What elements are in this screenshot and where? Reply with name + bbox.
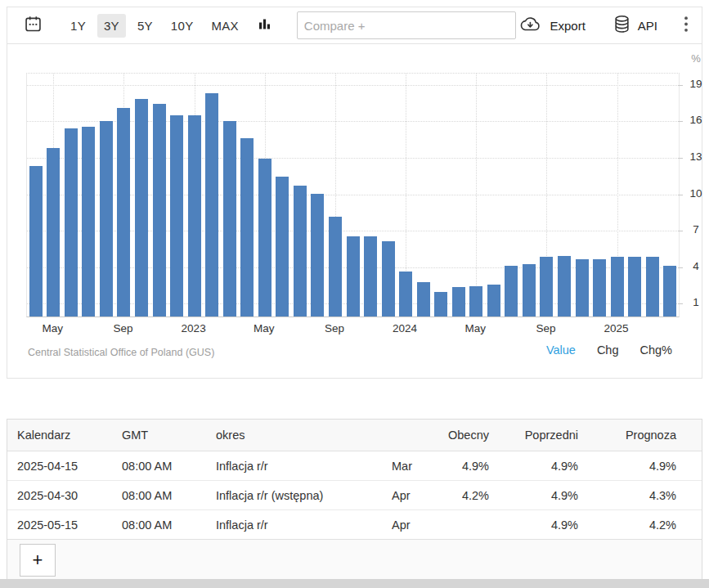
- col-header-kalendarz: Kalendarz: [7, 420, 112, 451]
- bar[interactable]: [505, 266, 518, 316]
- chart-widget: 1Y 3Y 5Y 10Y MAX: [7, 7, 702, 379]
- bar[interactable]: [434, 292, 447, 316]
- api-button[interactable]: API: [613, 15, 657, 36]
- bar[interactable]: [223, 121, 236, 316]
- chart-toolbar: 1Y 3Y 5Y 10Y MAX: [7, 7, 702, 44]
- mode-chg-pct[interactable]: Chg%: [640, 343, 673, 357]
- range-button-max[interactable]: MAX: [204, 14, 245, 38]
- col-header-gmt: GMT: [112, 420, 206, 451]
- table-cell: 4.9%: [489, 451, 578, 481]
- y-axis-tick: [678, 303, 683, 304]
- y-axis-label: 10: [684, 187, 708, 200]
- bar[interactable]: [135, 99, 148, 316]
- table-row[interactable]: 2025-05-1508:00 AMInflacja r/rApr4.9%4.2…: [7, 510, 702, 540]
- bar[interactable]: [646, 257, 659, 316]
- plot-area: [26, 73, 680, 317]
- bar[interactable]: [47, 148, 60, 316]
- bar[interactable]: [205, 93, 218, 316]
- mode-value[interactable]: Value: [546, 343, 576, 357]
- bar[interactable]: [276, 177, 289, 316]
- bar[interactable]: [593, 259, 606, 316]
- range-button-10y[interactable]: 10Y: [164, 14, 200, 38]
- kebab-menu-icon: [684, 16, 689, 35]
- table-cell: 4.3%: [578, 481, 702, 510]
- calendar-table: Kalendarz GMT okres Obecny Poprzedni Pro…: [7, 420, 702, 539]
- bar[interactable]: [329, 217, 342, 316]
- bar[interactable]: [364, 236, 377, 316]
- mode-chg[interactable]: Chg: [597, 343, 619, 357]
- table-cell: [430, 510, 489, 540]
- table-row[interactable]: 2025-04-1508:00 AMInflacja r/rMar4.9%4.9…: [7, 451, 702, 481]
- table-cell: Inflacja r/r: [206, 510, 382, 540]
- y-axis-label: 1: [684, 296, 708, 308]
- v-gridline: [476, 74, 477, 316]
- bar[interactable]: [452, 287, 465, 316]
- bar[interactable]: [347, 236, 360, 316]
- bar[interactable]: [188, 115, 201, 317]
- range-button-1y[interactable]: 1Y: [64, 14, 92, 38]
- bar[interactable]: [469, 286, 482, 316]
- bar[interactable]: [576, 259, 589, 316]
- y-axis-tick: [678, 85, 683, 86]
- bar[interactable]: [399, 272, 412, 316]
- bar[interactable]: [628, 257, 641, 316]
- table-cell: 08:00 AM: [112, 481, 206, 510]
- y-axis-tick: [678, 267, 683, 268]
- table-cell: 4.9%: [489, 481, 578, 510]
- y-axis-tick: [678, 231, 683, 231]
- table-cell: 4.9%: [430, 451, 489, 481]
- chart-area: 14710131619% MaySep2023MaySep2024MaySep2…: [7, 44, 702, 377]
- calendar-button[interactable]: [24, 15, 43, 36]
- col-header-obecny: Obecny: [430, 420, 489, 451]
- cloud-download-icon: [518, 16, 542, 35]
- y-axis-label: 7: [684, 223, 708, 236]
- range-selector: 1Y 3Y 5Y 10Y MAX: [64, 14, 245, 38]
- bar[interactable]: [523, 264, 536, 316]
- bar[interactable]: [311, 194, 324, 316]
- table-cell: Inflacja r/r: [206, 451, 382, 481]
- chart-type-button[interactable]: [257, 16, 272, 34]
- bar[interactable]: [540, 257, 553, 316]
- table-cell: 4.2%: [578, 510, 702, 540]
- more-menu-button[interactable]: [684, 16, 689, 35]
- calendar-table-card: Kalendarz GMT okres Obecny Poprzedni Pro…: [7, 419, 702, 581]
- x-axis-label: 2023: [182, 322, 206, 334]
- bar[interactable]: [558, 256, 571, 316]
- table-cell: Apr: [382, 481, 430, 510]
- table-cell: 4.9%: [578, 451, 702, 481]
- y-axis-label: 4: [684, 260, 708, 272]
- table-cell: Mar: [382, 451, 430, 481]
- bar[interactable]: [153, 104, 166, 316]
- table-row[interactable]: 2025-04-3008:00 AMInflacja r/r (wstępna)…: [7, 481, 702, 510]
- bar[interactable]: [611, 257, 624, 316]
- table-cell: 2025-04-15: [7, 451, 112, 481]
- bottom-scroll-band: [0, 579, 709, 588]
- bar[interactable]: [100, 121, 113, 316]
- x-axis-label: May: [43, 322, 64, 334]
- add-row-button[interactable]: +: [20, 544, 56, 577]
- bar[interactable]: [663, 266, 676, 316]
- table-cell: 4.9%: [489, 510, 578, 540]
- bar[interactable]: [240, 138, 254, 316]
- bar[interactable]: [117, 108, 130, 316]
- col-header-prognoza: Prognoza: [578, 420, 702, 451]
- range-button-5y[interactable]: 5Y: [131, 14, 159, 38]
- bar[interactable]: [82, 127, 95, 316]
- export-button[interactable]: Export: [518, 16, 585, 35]
- table-cell: Apr: [382, 510, 430, 540]
- bar[interactable]: [382, 241, 395, 316]
- col-header-period: [382, 420, 430, 451]
- bar[interactable]: [29, 166, 43, 316]
- bar[interactable]: [170, 115, 183, 317]
- compare-input[interactable]: [297, 11, 516, 39]
- range-button-3y[interactable]: 3Y: [97, 14, 126, 38]
- bar[interactable]: [65, 128, 78, 316]
- y-axis-tick: [678, 158, 683, 159]
- chart-mode-switcher: Value Chg Chg%: [546, 343, 672, 357]
- bar[interactable]: [487, 285, 500, 316]
- bar[interactable]: [417, 282, 430, 316]
- table-cell: 08:00 AM: [112, 510, 206, 540]
- bar[interactable]: [258, 159, 271, 316]
- bar-chart-icon: [257, 16, 272, 34]
- bar[interactable]: [294, 186, 307, 316]
